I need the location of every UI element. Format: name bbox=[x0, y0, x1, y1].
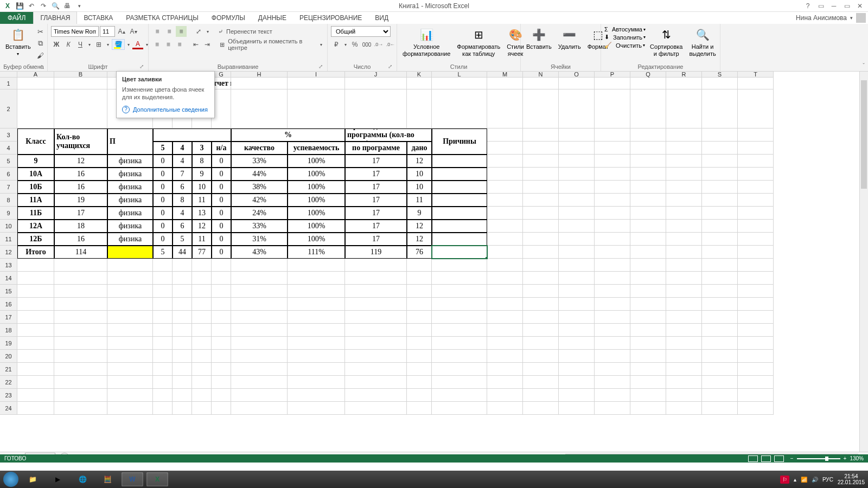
cell[interactable]: 12 bbox=[407, 220, 432, 233]
tooltip-help-link[interactable]: ? Дополнительные сведения bbox=[122, 106, 209, 113]
cell[interactable] bbox=[630, 389, 666, 402]
cell[interactable] bbox=[595, 89, 630, 129]
cell[interactable] bbox=[345, 259, 407, 272]
cell[interactable] bbox=[54, 272, 107, 285]
cell[interactable]: 33% bbox=[231, 220, 288, 233]
cell[interactable] bbox=[702, 259, 738, 272]
cell[interactable]: 8 bbox=[173, 194, 192, 207]
row-header[interactable]: 10 bbox=[0, 220, 17, 233]
worksheet[interactable]: ABCDEFGHIJKLMNOPQRST1тчет по предмету23К… bbox=[0, 72, 868, 452]
cell[interactable] bbox=[630, 142, 666, 155]
cell[interactable] bbox=[559, 363, 595, 376]
cell[interactable] bbox=[153, 311, 173, 324]
page-break-view-icon[interactable] bbox=[774, 455, 784, 462]
cell[interactable] bbox=[17, 350, 54, 363]
cell[interactable] bbox=[702, 181, 738, 194]
col-header[interactable]: R bbox=[666, 72, 702, 78]
cell[interactable] bbox=[487, 142, 523, 155]
cell[interactable]: 24% bbox=[231, 207, 288, 220]
cell[interactable]: физика bbox=[107, 220, 153, 233]
cell[interactable]: 4 bbox=[173, 207, 192, 220]
cell[interactable] bbox=[107, 259, 153, 272]
cell[interactable] bbox=[345, 324, 407, 337]
cell[interactable] bbox=[231, 337, 288, 350]
cell[interactable] bbox=[107, 285, 153, 298]
merge-center-button[interactable]: ⊞Объединить и поместить в центре▾ bbox=[218, 39, 324, 50]
cell[interactable]: 111% bbox=[288, 246, 345, 259]
cell[interactable] bbox=[231, 311, 288, 324]
cell[interactable] bbox=[153, 389, 173, 402]
cell[interactable] bbox=[666, 259, 702, 272]
calc-task-icon[interactable]: 🧮 bbox=[97, 472, 118, 486]
start-button[interactable] bbox=[3, 472, 18, 487]
decrease-decimal-icon[interactable]: .0← bbox=[385, 39, 396, 50]
row-header[interactable]: 2 bbox=[0, 89, 17, 129]
align-center-icon[interactable]: ≡ bbox=[163, 39, 174, 50]
cell[interactable]: 11 bbox=[192, 233, 212, 246]
cell[interactable] bbox=[595, 259, 630, 272]
cell[interactable] bbox=[666, 350, 702, 363]
cell[interactable]: 4 bbox=[173, 155, 192, 168]
cell[interactable]: 10 bbox=[407, 168, 432, 181]
col-header[interactable]: M bbox=[487, 72, 523, 78]
cell[interactable]: 0 bbox=[153, 233, 173, 246]
row-header[interactable]: 15 bbox=[0, 285, 17, 298]
cell[interactable] bbox=[666, 78, 702, 89]
cell[interactable] bbox=[407, 89, 432, 129]
cell[interactable] bbox=[630, 220, 666, 233]
cell[interactable] bbox=[432, 376, 487, 389]
cell[interactable] bbox=[630, 168, 666, 181]
cell[interactable]: 17 bbox=[345, 207, 407, 220]
col-header[interactable]: H bbox=[231, 72, 288, 78]
increase-font-icon[interactable]: A▴ bbox=[116, 26, 127, 37]
cell[interactable] bbox=[487, 376, 523, 389]
cell[interactable]: Итого bbox=[17, 246, 54, 259]
cell[interactable]: дано bbox=[407, 142, 432, 155]
row-header[interactable]: 13 bbox=[0, 259, 17, 272]
cell[interactable] bbox=[523, 402, 559, 415]
cell[interactable] bbox=[738, 311, 774, 324]
page-layout-view-icon[interactable] bbox=[761, 455, 771, 462]
cell[interactable] bbox=[595, 389, 630, 402]
borders-icon[interactable]: ⊞ bbox=[93, 39, 104, 50]
cell[interactable]: 5 bbox=[173, 233, 192, 246]
cell[interactable] bbox=[666, 298, 702, 311]
cell[interactable] bbox=[595, 168, 630, 181]
cell[interactable]: 0 bbox=[153, 220, 173, 233]
cell[interactable] bbox=[630, 207, 666, 220]
font-name-select[interactable] bbox=[51, 26, 99, 37]
cell[interactable] bbox=[212, 324, 231, 337]
cell[interactable] bbox=[407, 389, 432, 402]
cell[interactable] bbox=[231, 350, 288, 363]
cell[interactable] bbox=[595, 285, 630, 298]
cell[interactable] bbox=[487, 350, 523, 363]
cell[interactable] bbox=[702, 168, 738, 181]
cell[interactable] bbox=[54, 389, 107, 402]
cell[interactable] bbox=[738, 324, 774, 337]
cell[interactable]: 7 bbox=[173, 168, 192, 181]
cell[interactable] bbox=[153, 376, 173, 389]
cell[interactable] bbox=[54, 350, 107, 363]
cell[interactable] bbox=[523, 285, 559, 298]
cell[interactable] bbox=[559, 311, 595, 324]
cell[interactable] bbox=[702, 363, 738, 376]
cell[interactable] bbox=[153, 350, 173, 363]
row-header[interactable]: 22 bbox=[0, 376, 17, 389]
cell[interactable]: 10 bbox=[407, 181, 432, 194]
cell[interactable] bbox=[17, 78, 54, 89]
cell[interactable] bbox=[432, 389, 487, 402]
number-launcher-icon[interactable]: ⤢ bbox=[388, 63, 394, 70]
cell[interactable] bbox=[432, 233, 487, 246]
cell[interactable] bbox=[107, 311, 153, 324]
cell[interactable] bbox=[559, 155, 595, 168]
cell[interactable]: 0 bbox=[212, 155, 231, 168]
cell[interactable] bbox=[595, 337, 630, 350]
cell[interactable] bbox=[432, 246, 487, 259]
cell[interactable]: 0 bbox=[212, 220, 231, 233]
cell[interactable]: 0 bbox=[212, 168, 231, 181]
cell[interactable] bbox=[432, 259, 487, 272]
cell[interactable] bbox=[345, 363, 407, 376]
cell[interactable]: 11А bbox=[17, 194, 54, 207]
cell[interactable] bbox=[630, 78, 666, 89]
cell[interactable]: 11 bbox=[407, 194, 432, 207]
